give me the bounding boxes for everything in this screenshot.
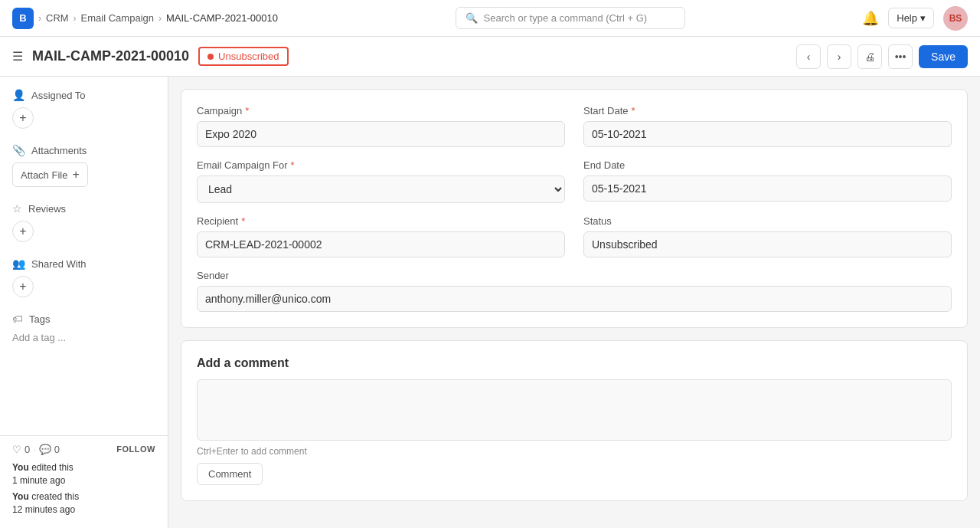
attachments-label: Attachments xyxy=(31,145,87,156)
comment-card: Add a comment Ctrl+Enter to add comment … xyxy=(181,340,968,501)
reviews-section: ☆ Reviews + xyxy=(12,202,155,242)
recipient-input[interactable] xyxy=(197,231,565,257)
attach-plus-icon: + xyxy=(72,168,79,182)
activity-verb-2: created this xyxy=(31,491,79,502)
status-dot-icon xyxy=(207,54,214,60)
status-label: Status xyxy=(583,215,952,227)
search-placeholder: Search or type a command (Ctrl + G) xyxy=(484,12,648,24)
group-icon: 👥 xyxy=(12,257,25,270)
breadcrumb-crm[interactable]: CRM xyxy=(46,12,69,24)
comment-title: Add a comment xyxy=(197,356,952,370)
more-options-button[interactable]: ••• xyxy=(888,44,913,69)
assigned-to-header: 👤 Assigned To xyxy=(12,89,155,101)
breadcrumb-sep-3: › xyxy=(158,13,162,24)
search-icon: 🔍 xyxy=(466,12,478,24)
breadcrumb: B › CRM › Email Campaign › MAIL-CAMP-202… xyxy=(12,8,278,29)
page-header-right: ‹ › 🖨 ••• Save xyxy=(796,44,968,69)
recipient-group: Recipient* xyxy=(197,215,565,257)
print-button[interactable]: 🖨 xyxy=(858,44,882,69)
required-star3: * xyxy=(291,159,295,171)
start-date-group: Start Date* xyxy=(583,105,952,147)
search-container: 🔍 Search or type a command (Ctrl + G) xyxy=(278,7,862,29)
email-campaign-for-select[interactable]: Lead xyxy=(197,175,565,203)
save-button[interactable]: Save xyxy=(919,45,968,68)
required-star: * xyxy=(245,105,249,116)
comment-button[interactable]: Comment xyxy=(197,463,263,485)
sender-label: Sender xyxy=(197,270,952,281)
tags-label: Tags xyxy=(29,313,50,325)
activity-verb-1: edited this xyxy=(31,462,74,473)
end-date-input[interactable] xyxy=(583,175,952,202)
sender-group: Sender xyxy=(197,270,952,312)
assigned-to-section: 👤 Assigned To + xyxy=(12,89,155,129)
star-icon: ☆ xyxy=(12,202,22,215)
avatar: BS xyxy=(943,6,968,31)
sidebar-toggle-icon[interactable]: ☰ xyxy=(12,49,23,64)
page-title: MAIL-CAMP-2021-00010 xyxy=(32,48,189,64)
heart-icon: ♡ xyxy=(12,444,21,455)
likes-count: 0 xyxy=(24,444,30,455)
tag-icon: 🏷 xyxy=(12,313,23,325)
breadcrumb-current: MAIL-CAMP-2021-00010 xyxy=(166,12,278,24)
search-bar[interactable]: 🔍 Search or type a command (Ctrl + G) xyxy=(456,7,685,29)
breadcrumb-email-campaign[interactable]: Email Campaign xyxy=(81,12,154,24)
status-badge: Unsubscribed xyxy=(198,47,289,66)
attach-file-button[interactable]: Attach File + xyxy=(12,162,88,187)
start-date-input[interactable] xyxy=(583,121,952,147)
reviews-header: ☆ Reviews xyxy=(12,202,155,215)
help-button[interactable]: Help ▾ xyxy=(888,8,934,28)
app-icon: B xyxy=(12,8,34,29)
campaign-group: Campaign* xyxy=(197,105,565,147)
tags-header: 🏷 Tags xyxy=(12,313,155,325)
sidebar-footer: ♡ 0 · 💬 0 FOLLOW You edited this 1 minut… xyxy=(0,435,168,528)
activity-actor-2: You xyxy=(12,491,29,502)
topnav-right: 🔔 Help ▾ BS xyxy=(862,6,968,31)
prev-button[interactable]: ‹ xyxy=(796,44,821,69)
activity-item-2: You created this 12 minutes ago xyxy=(12,490,155,517)
form-grid: Campaign* Start Date* Email Campaign For… xyxy=(197,105,952,312)
end-date-group: End Date xyxy=(583,159,952,203)
status-group: Status xyxy=(583,215,952,257)
status-label: Unsubscribed xyxy=(218,51,279,62)
user-icon: 👤 xyxy=(12,89,25,101)
next-button[interactable]: › xyxy=(827,44,851,69)
attachments-section: 📎 Attachments Attach File + xyxy=(12,144,155,187)
tags-section: 🏷 Tags Add a tag ... xyxy=(12,313,155,343)
activity-actor-1: You xyxy=(12,462,29,473)
add-review-button[interactable]: + xyxy=(12,221,34,242)
notifications-button[interactable]: 🔔 xyxy=(862,10,879,27)
status-input xyxy=(583,231,952,257)
page-header-left: ☰ MAIL-CAMP-2021-00010 Unsubscribed xyxy=(12,47,289,66)
sender-input[interactable] xyxy=(197,286,952,312)
email-campaign-for-group: Email Campaign For* Lead xyxy=(197,159,565,203)
campaign-input[interactable] xyxy=(197,121,565,147)
stats-row: ♡ 0 · 💬 0 FOLLOW xyxy=(12,444,155,455)
add-tag-link[interactable]: Add a tag ... xyxy=(12,332,66,343)
comment-textarea[interactable] xyxy=(197,379,952,441)
comments-count: 0 xyxy=(54,444,60,455)
page-header: ☰ MAIL-CAMP-2021-00010 Unsubscribed ‹ › … xyxy=(0,37,980,77)
shared-with-label: Shared With xyxy=(31,258,87,270)
required-star2: * xyxy=(632,105,635,116)
help-label: Help xyxy=(897,12,917,24)
comment-icon: 💬 xyxy=(39,444,51,455)
shared-with-header: 👥 Shared With xyxy=(12,257,155,270)
form-card: Campaign* Start Date* Email Campaign For… xyxy=(181,89,968,328)
top-navigation: B › CRM › Email Campaign › MAIL-CAMP-202… xyxy=(0,0,980,37)
comment-hint: Ctrl+Enter to add comment xyxy=(197,446,952,457)
activity-time-1: 1 minute ago xyxy=(12,475,65,486)
chevron-down-icon: ▾ xyxy=(920,12,926,24)
paperclip-icon: 📎 xyxy=(12,144,25,156)
follow-button[interactable]: FOLLOW xyxy=(116,444,155,454)
required-star4: * xyxy=(241,215,245,227)
assigned-to-label: Assigned To xyxy=(31,90,86,101)
attach-file-label: Attach File xyxy=(21,169,67,181)
attachments-header: 📎 Attachments xyxy=(12,144,155,156)
separator: · xyxy=(33,444,36,455)
campaign-label: Campaign* xyxy=(197,105,565,116)
activity-time-2: 12 minutes ago xyxy=(12,504,75,515)
add-shared-with-button[interactable]: + xyxy=(12,276,34,297)
start-date-label: Start Date* xyxy=(583,105,952,116)
add-assigned-to-button[interactable]: + xyxy=(12,107,34,129)
activity-item-1: You edited this 1 minute ago xyxy=(12,461,155,487)
